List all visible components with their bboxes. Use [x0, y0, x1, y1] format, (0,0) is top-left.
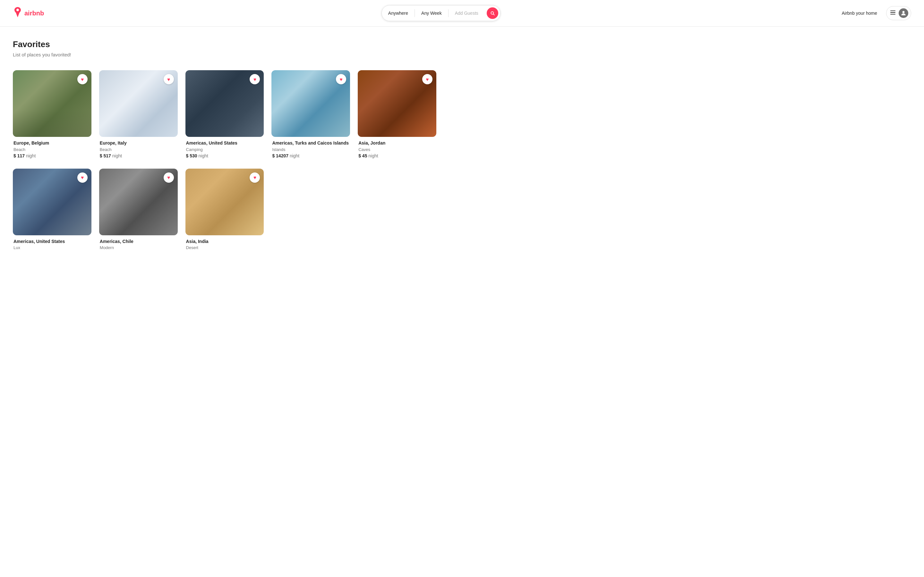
- search-anywhere[interactable]: Anywhere: [382, 7, 415, 19]
- avatar: [899, 8, 908, 18]
- header: airbnb Anywhere Any Week Add Guests Airb…: [0, 0, 924, 27]
- host-link[interactable]: Airbnb your home: [838, 8, 881, 18]
- listing-info: Americas, Turks and Caicos IslandsIsland…: [271, 137, 350, 158]
- favorite-button[interactable]: ♥: [164, 172, 174, 183]
- listing-info: Americas, United StatesCamping$ 530 nigh…: [186, 137, 264, 158]
- page-title: Favorites: [13, 39, 436, 49]
- listing-location: Americas, Chile: [100, 239, 177, 245]
- listing-image: ♥: [358, 70, 436, 137]
- search-any-week[interactable]: Any Week: [415, 7, 448, 19]
- user-menu[interactable]: [886, 6, 911, 20]
- svg-rect-3: [890, 12, 895, 13]
- listing-card[interactable]: ♥Americas, United StatesLux: [13, 169, 91, 251]
- listing-type: Lux: [13, 245, 91, 250]
- listing-image: ♥: [271, 70, 350, 137]
- listing-info: Europe, BelgiumBeach$ 117 night: [13, 137, 91, 158]
- page-subtitle: List of places you favorited!: [13, 52, 436, 57]
- logo-text: airbnb: [24, 10, 44, 17]
- listing-location: Asia, India: [186, 239, 263, 245]
- listing-price: $ 117 night: [13, 153, 91, 158]
- listing-price: $ 517 night: [100, 153, 177, 158]
- listing-type: Islands: [272, 147, 349, 152]
- listing-type: Caves: [359, 147, 436, 152]
- svg-rect-2: [890, 11, 895, 11]
- favorite-button[interactable]: ♥: [78, 172, 87, 183]
- listing-location: Asia, Jordan: [359, 140, 436, 147]
- listing-info: Americas, United StatesLux: [13, 235, 91, 250]
- listings-grid-row1: ♥Europe, BelgiumBeach$ 117 night♥Europe,…: [13, 70, 436, 158]
- favorite-button[interactable]: ♥: [164, 74, 174, 84]
- listing-price: $ 45 night: [359, 153, 436, 158]
- listing-type: Beach: [100, 147, 177, 152]
- favorite-button[interactable]: ♥: [250, 172, 260, 183]
- listing-type: Modern: [100, 245, 177, 250]
- listings-grid-row2: ♥Americas, United StatesLux♥Americas, Ch…: [13, 169, 436, 251]
- listing-info: Asia, IndiaDesert: [186, 235, 264, 250]
- search-button[interactable]: [487, 7, 498, 19]
- listing-card[interactable]: ♥Europe, BelgiumBeach$ 117 night: [13, 70, 91, 158]
- main-content: Favorites List of places you favorited! …: [0, 27, 449, 271]
- search-add-guests[interactable]: Add Guests: [449, 7, 485, 19]
- listing-card[interactable]: ♥Americas, United StatesCamping$ 530 nig…: [186, 70, 264, 158]
- favorite-button[interactable]: ♥: [78, 74, 87, 84]
- listing-image: ♥: [99, 169, 178, 235]
- listing-info: Europe, ItalyBeach$ 517 night: [99, 137, 178, 158]
- listing-card[interactable]: ♥Europe, ItalyBeach$ 517 night: [99, 70, 178, 158]
- listing-image: ♥: [99, 70, 178, 137]
- listing-image: ♥: [186, 169, 264, 235]
- listing-type: Beach: [13, 147, 91, 152]
- listing-image: ♥: [13, 169, 91, 235]
- listing-info: Asia, JordanCaves$ 45 night: [358, 137, 436, 158]
- listing-price: $ 14207 night: [272, 153, 349, 158]
- svg-point-5: [903, 11, 905, 13]
- listing-location: Americas, United States: [13, 239, 91, 245]
- listing-image: ♥: [186, 70, 264, 137]
- listing-location: Europe, Italy: [100, 140, 177, 147]
- listing-type: Camping: [186, 147, 263, 152]
- svg-line-1: [493, 14, 494, 15]
- listing-card[interactable]: ♥Asia, IndiaDesert: [186, 169, 264, 251]
- listing-card[interactable]: ♥Americas, ChileModern: [99, 169, 178, 251]
- listing-card[interactable]: ♥Americas, Turks and Caicos IslandsIslan…: [271, 70, 350, 158]
- listing-price: $ 530 night: [186, 153, 263, 158]
- listing-card[interactable]: ♥Asia, JordanCaves$ 45 night: [358, 70, 436, 158]
- listing-location: Europe, Belgium: [13, 140, 91, 147]
- search-bar[interactable]: Anywhere Any Week Add Guests: [381, 5, 501, 21]
- listing-location: Americas, Turks and Caicos Islands: [272, 140, 349, 147]
- header-right: Airbnb your home: [838, 6, 911, 20]
- listing-type: Desert: [186, 245, 263, 250]
- listing-location: Americas, United States: [186, 140, 263, 147]
- hamburger-icon: [890, 10, 895, 16]
- logo[interactable]: airbnb: [13, 7, 44, 19]
- favorite-button[interactable]: ♥: [422, 74, 433, 84]
- airbnb-logo-icon: [13, 7, 23, 19]
- svg-rect-4: [890, 14, 895, 15]
- listing-image: ♥: [13, 70, 91, 137]
- favorite-button[interactable]: ♥: [336, 74, 346, 84]
- listing-info: Americas, ChileModern: [99, 235, 178, 250]
- favorite-button[interactable]: ♥: [250, 74, 260, 84]
